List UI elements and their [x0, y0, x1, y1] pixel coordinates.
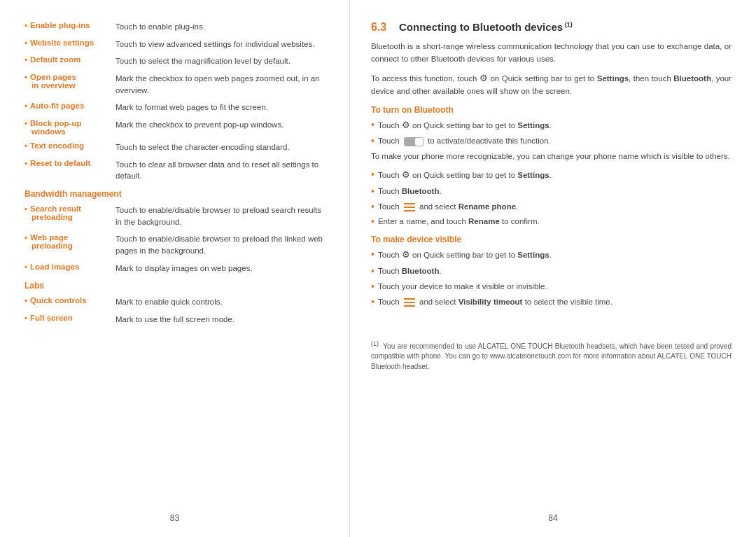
- visible-item-1: • Touch ⚙ on Quick setting bar to get to…: [371, 169, 732, 182]
- left-page: •Enable plug-ins Touch to enable plug-in…: [0, 0, 350, 537]
- item-default-zoom: •Default zoom Touch to select the magnif…: [24, 55, 328, 67]
- labs-header: Labs: [24, 281, 328, 291]
- item-full-screen: •Full screen Mark to use the full screen…: [24, 314, 328, 326]
- turn-on-header: To turn on Bluetooth: [371, 105, 732, 115]
- item-reset-default: •Reset to default Touch to clear all bro…: [24, 159, 328, 182]
- intro-para-2: To access this function, touch ⚙ on Quic…: [371, 71, 732, 98]
- item-web-page: •Web page preloading Touch to enable/dis…: [24, 233, 328, 256]
- visible-item-3: • Touch and select Rename phone.: [371, 201, 732, 213]
- item-block-popup: •Block pop-up windows Mark the checkbox …: [24, 119, 328, 136]
- left-page-number: 83: [170, 513, 179, 523]
- toggle-icon: [404, 137, 424, 146]
- item-search-result: •Search result preloading Touch to enabl…: [24, 204, 328, 228]
- right-page: 6.3 Connecting to Bluetooth devices (1) …: [350, 0, 756, 537]
- section-title-text: Connecting to Bluetooth devices (1): [399, 21, 573, 33]
- menu-icon-2: [404, 298, 415, 307]
- section-title: 6.3 Connecting to Bluetooth devices (1): [371, 21, 732, 34]
- item-quick-controls: •Quick controls Mark to enable quick con…: [24, 296, 328, 308]
- item-open-pages: •Open pages in overview Mark the checkbo…: [24, 73, 328, 96]
- bandwidth-header: Bandwidth management: [24, 189, 328, 199]
- device-visible-item-4: • Touch and select Visibility timeout to…: [371, 296, 732, 308]
- menu-icon: [404, 203, 415, 211]
- gear-icon: ⚙: [479, 73, 488, 83]
- visible-para: To make your phone more recognizable, yo…: [371, 151, 732, 163]
- gear-icon-3: ⚙: [402, 169, 410, 180]
- item-text-encoding: •Text encoding Touch to select the chara…: [24, 141, 328, 153]
- visible-item-4: • Enter a name, and touch Rename to conf…: [371, 216, 732, 228]
- device-visible-item-1: • Touch ⚙ on Quick setting bar to get to…: [371, 249, 732, 262]
- item-enable-plugins: •Enable plug-ins Touch to enable plug-in…: [24, 21, 328, 33]
- device-visible-item-2: • Touch Bluetooth.: [371, 265, 732, 277]
- footnote: (1) You are recommended to use ALCATEL O…: [371, 336, 732, 372]
- page-container: •Enable plug-ins Touch to enable plug-in…: [0, 0, 756, 537]
- device-visible-item-3: • Touch your device to make it visible o…: [371, 281, 732, 293]
- bullet-icon: •: [24, 21, 27, 29]
- device-visible-header: To make device visible: [371, 235, 732, 244]
- item-autofit: •Auto-fit pages Mark to format web pages…: [24, 102, 328, 113]
- visible-item-2: • Touch Bluetooth.: [371, 186, 732, 197]
- turn-on-item-1: • Touch ⚙ on Quick setting bar to get to…: [371, 119, 732, 132]
- gear-icon-4: ⚙: [402, 249, 410, 260]
- section-number: 6.3: [371, 21, 386, 33]
- turn-on-item-2: • Touch to activate/deactivate this func…: [371, 135, 732, 147]
- right-page-number: 84: [548, 513, 557, 523]
- item-load-images: •Load images Mark to display images on w…: [24, 263, 328, 274]
- intro-para-1: Bluetooth is a short-range wireless comm…: [371, 41, 732, 66]
- gear-icon-2: ⚙: [402, 120, 410, 130]
- item-website-settings: •Website settings Touch to view advanced…: [24, 39, 328, 50]
